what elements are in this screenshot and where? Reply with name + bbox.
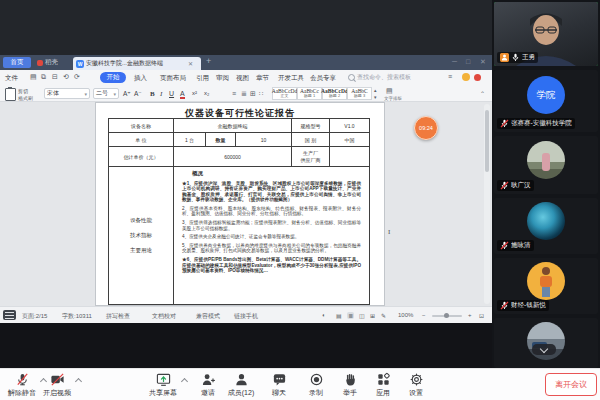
view-grid-icon[interactable]: ⊞ — [370, 312, 375, 319]
wps-store-tab[interactable]: 稻壳 — [35, 57, 71, 68]
proofread-button[interactable]: 文档校对 — [152, 312, 176, 321]
apps-icon — [376, 372, 391, 387]
members-button[interactable]: 成员(12) — [224, 372, 258, 398]
eye-protect-icon[interactable]: ◐ — [322, 312, 326, 318]
align-left-icon[interactable]: ≡ — [232, 90, 236, 97]
wps-document-tab[interactable]: W 安徽科技学院...金融数据终端 ✕ — [73, 57, 201, 70]
wps-tab-bar: 首页 稻壳 W 安徽科技学院...金融数据终端 ✕ + ─ □ ✕ — [0, 55, 492, 70]
text-tool-button[interactable]: 文字排版 — [384, 96, 402, 101]
menu-tab-devtools[interactable]: 开发工具 — [278, 74, 304, 83]
font-size-value: 二号 — [96, 89, 108, 98]
paste-button[interactable] — [5, 88, 16, 101]
fit-page-icon[interactable]: ⊡ — [479, 312, 484, 319]
unmute-button[interactable]: 解除静音 — [5, 372, 39, 398]
wps-home-tab[interactable]: 首页 — [3, 57, 31, 68]
cut-button[interactable]: 剪切 — [18, 88, 28, 94]
new-tab-button[interactable]: + — [206, 56, 211, 66]
superscript-button[interactable]: x² — [192, 90, 197, 96]
button-label: 举手 — [343, 388, 357, 398]
style-normal[interactable]: AaBbCcDd 正文 — [272, 87, 297, 100]
zoom-in-button[interactable]: + — [468, 312, 472, 318]
subscript-button[interactable]: x₂ — [204, 90, 209, 96]
window-close-icon[interactable]: ✕ — [480, 58, 486, 66]
copy-doc-icon[interactable]: ⧉ — [41, 73, 46, 81]
menu-tab-insert[interactable]: 插入 — [134, 74, 147, 83]
menu-tab-membership[interactable]: 会员专享 — [310, 74, 336, 83]
format-painter-button[interactable]: 格式刷 — [18, 95, 33, 101]
cell-maker-value — [329, 147, 369, 166]
view-outline-icon[interactable]: ◫ — [359, 312, 365, 319]
store-icon — [37, 60, 43, 66]
shrink-font-button[interactable]: A⁻ — [134, 90, 142, 98]
style-heading1[interactable]: AaBbCc 标题 1 — [297, 87, 322, 100]
file-menu[interactable]: 文件 — [5, 74, 18, 83]
vip-icon[interactable] — [474, 74, 481, 81]
bold-button[interactable]: B — [150, 90, 155, 98]
zoom-slider-handle[interactable] — [444, 313, 449, 318]
start-video-button[interactable]: 开启视频 — [40, 372, 74, 398]
account-avatar[interactable] — [462, 73, 470, 81]
settings-button[interactable]: 设置 — [399, 372, 433, 398]
font-size-select[interactable]: 二号 ▾ — [93, 88, 119, 99]
outline-panel-icon[interactable] — [3, 310, 16, 320]
borders-icon[interactable]: ⊞ — [250, 90, 256, 98]
participant-tile-shiyongqing[interactable]: 施咏清 — [494, 198, 598, 254]
video-options-caret[interactable] — [75, 378, 82, 385]
align-justify-icon[interactable]: ≣ — [241, 90, 247, 98]
font-color-button[interactable]: A — [180, 90, 185, 99]
ribbon-search[interactable]: 查找命令、搜索模板 — [348, 73, 411, 82]
italic-button[interactable]: I — [160, 90, 162, 98]
chevron-down-icon — [540, 344, 548, 352]
mic-muted-icon — [500, 119, 509, 128]
save-icon[interactable]: ▤ — [30, 73, 37, 81]
underline-button[interactable]: U — [169, 90, 174, 97]
minimize-icon[interactable]: ─ — [452, 58, 457, 65]
document-table: 设备名称 金融数据终端 规格型号 V1.0 单 位 1 台 数量 10 国 别 … — [108, 118, 370, 305]
record-button[interactable]: 录制 — [299, 372, 333, 398]
font-select[interactable]: 宋体 ▾ — [44, 88, 90, 99]
apps-button[interactable]: 应用 — [366, 372, 400, 398]
menu-tab-start[interactable]: 开始 — [100, 72, 126, 83]
leave-meeting-button[interactable]: 离开会议 — [545, 373, 597, 396]
wps-status-bar: 页面:2/15 字数:10311 拼写检查 文档校对 兼容模式 链接手机 ◐ ▤… — [0, 306, 492, 323]
menu-tab-layout[interactable]: 页面布局 — [160, 74, 186, 83]
undo-icon[interactable]: ⟲ — [63, 73, 69, 81]
collapse-ribbon-icon[interactable]: ⌃ — [480, 90, 485, 97]
menu-tab-section[interactable]: 章节 — [256, 74, 269, 83]
grow-font-button[interactable]: A⁺ — [123, 90, 131, 98]
shading-icon[interactable]: ∷ — [259, 90, 263, 98]
zoom-out-button[interactable]: − — [422, 312, 426, 318]
invite-button[interactable]: 邀请 — [191, 372, 225, 398]
menu-tab-view[interactable]: 视图 — [236, 74, 249, 83]
style-heading3[interactable]: AaBbC 标题 3 — [347, 87, 372, 100]
style-heading2[interactable]: AaBbCcDd 标题 2 — [322, 87, 347, 100]
vertical-scrollbar[interactable] — [484, 104, 490, 304]
scrollbar-thumb[interactable] — [485, 110, 489, 172]
styles-scroll-up-icon[interactable]: ▴ — [374, 87, 377, 93]
view-page-icon[interactable]: ▤ — [336, 312, 342, 319]
participant-tile-qianxinyue[interactable]: 财经-钱新悦 — [494, 258, 598, 314]
members-icon — [234, 372, 249, 387]
spell-check-button[interactable]: 拼写检查 — [106, 312, 130, 321]
more-menu-icon[interactable]: ≡ — [448, 73, 452, 80]
edit-pen-icon[interactable]: ✎ — [381, 312, 386, 319]
participant-tile-gengguanghan[interactable]: 耿广汉 — [494, 136, 598, 194]
raise-hand-button[interactable]: 举手 — [333, 372, 367, 398]
menu-tab-reference[interactable]: 引用 — [196, 74, 209, 83]
collapse-sidebar-button[interactable] — [532, 344, 556, 355]
zoom-slider[interactable] — [432, 315, 462, 317]
close-tab-icon[interactable]: ✕ — [188, 60, 193, 67]
participant-tile-partial[interactable] — [494, 318, 598, 368]
maximize-icon[interactable]: □ — [466, 58, 470, 65]
redo-icon[interactable]: ⟳ — [74, 73, 80, 81]
participant-tile-wangyong[interactable]: 王勇 — [494, 2, 598, 66]
menu-tab-review[interactable]: 审阅 — [216, 74, 229, 83]
chat-button[interactable]: 聊天 — [262, 372, 296, 398]
view-web-icon[interactable]: ≣ — [347, 312, 354, 319]
print-icon[interactable]: ⊟ — [52, 73, 58, 81]
share-screen-button[interactable]: 共享屏幕 — [146, 372, 180, 398]
participant-tile-zhangsaisai[interactable]: 学院 张赛赛-安徽科技学院 — [494, 70, 598, 132]
phone-link-button[interactable]: 链接手机 — [234, 312, 258, 321]
styles-scroll-down-icon[interactable]: ▾ — [374, 94, 377, 100]
share-options-caret[interactable] — [181, 378, 188, 385]
